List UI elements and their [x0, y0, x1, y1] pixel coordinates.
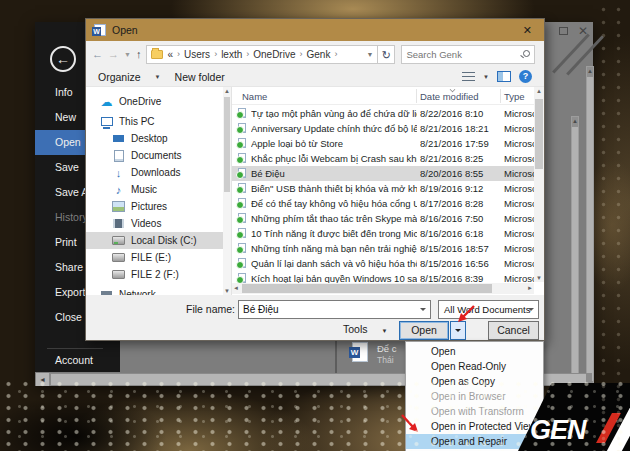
nav-item-icon: [112, 218, 125, 230]
word-document-icon: [352, 342, 368, 362]
menu-item[interactable]: Open Read-Only: [406, 359, 543, 374]
search-box[interactable]: [401, 45, 535, 64]
file-type-combobox[interactable]: All Word Documents: [438, 300, 539, 319]
open-split-arrow-button[interactable]: [450, 321, 466, 340]
refresh-icon[interactable]: ↻: [378, 45, 395, 64]
organize-dropdown-icon[interactable]: ▼: [155, 74, 161, 80]
nav-item[interactable]: Network: [86, 286, 224, 295]
breadcrumb-segment[interactable]: Genk: [307, 49, 331, 60]
file-type: Microsof: [504, 123, 534, 134]
word-app-icon: [94, 24, 106, 36]
scroll-left-icon[interactable]: ◄: [36, 373, 49, 386]
tools-button[interactable]: Tools▼: [343, 323, 387, 335]
back-icon[interactable]: ←: [92, 48, 103, 60]
breadcrumb[interactable]: « ›Users ›lexth ›OneDrive ›Genk › ▼: [146, 45, 378, 64]
open-dialog: Open ✕ ← → ▼ ↑ « ›Users ›lexth: [85, 18, 545, 341]
breadcrumb-segment[interactable]: lexth: [221, 49, 242, 60]
file-row[interactable]: Quản lí lại danh sách và vô hiệu hóa thô…: [232, 256, 534, 271]
file-row[interactable]: Bé Điệu 8/20/2016 8:55 Microsof: [232, 166, 534, 181]
nav-item[interactable]: Pictures: [86, 198, 224, 215]
chevron-down-icon[interactable]: [528, 308, 534, 314]
help-icon[interactable]: ?: [519, 70, 532, 83]
column-header-type[interactable]: Type: [504, 91, 525, 102]
close-window-icon[interactable]: ✕: [578, 24, 588, 38]
nav-item[interactable]: Music: [86, 181, 224, 198]
breadcrumb-segment[interactable]: OneDrive: [253, 49, 295, 60]
menu-item[interactable]: Open in Browser: [406, 389, 543, 404]
nav-item[interactable]: Downloads: [86, 164, 224, 181]
scroll-up-icon[interactable]: ▲: [534, 88, 544, 94]
file-name: Khắc phục lỗi Webcam bị Crash sau khi ..…: [251, 153, 417, 164]
list-vertical-scrollbar[interactable]: ▲ ▼: [534, 87, 544, 282]
sidebar-item-account[interactable]: Account: [55, 354, 93, 366]
column-header-name[interactable]: Name: [242, 91, 267, 102]
nav-item[interactable]: FILE 2 (F:): [86, 266, 224, 283]
file-row[interactable]: Anniversary Update chính thức đổ bộ lên.…: [232, 121, 534, 136]
up-one-level-icon[interactable]: ↑: [136, 48, 142, 60]
file-row[interactable]: Tự tạo một phân vùng ảo để chứa dữ liệ..…: [232, 106, 534, 121]
open-button[interactable]: Open: [399, 321, 449, 340]
search-input[interactable]: [406, 46, 514, 63]
dialog-titlebar[interactable]: Open ✕: [86, 19, 544, 41]
scroll-down-icon[interactable]: ▼: [223, 288, 231, 294]
preview-pane-icon[interactable]: [497, 71, 511, 82]
nav-item[interactable]: FILE (E:): [86, 249, 224, 266]
column-header-date[interactable]: Date modified: [420, 91, 479, 102]
nav-scrollbar[interactable]: ▲ ▼: [223, 87, 231, 295]
nav-item[interactable]: Local Disk (C:): [86, 232, 224, 249]
nav-item[interactable]: Desktop: [86, 130, 224, 147]
new-folder-button[interactable]: New folder: [175, 71, 225, 83]
breadcrumb-separator: ›: [334, 49, 337, 59]
history-chevron-icon[interactable]: ▼: [124, 51, 131, 58]
file-row[interactable]: Apple loại bỏ từ Store 8/21/2016 17:59 M…: [232, 136, 534, 151]
nav-item[interactable]: Documents: [86, 147, 224, 164]
file-type: Microsof: [504, 213, 534, 224]
menu-item[interactable]: Open in Protected View: [406, 419, 543, 434]
nav-item[interactable]: Videos: [86, 215, 224, 232]
chevron-down-icon[interactable]: [420, 308, 426, 314]
file-row[interactable]: Biến" USB thành thiết bị khóa và mở khó.…: [232, 181, 534, 196]
file-row[interactable]: Khắc phục lỗi Webcam bị Crash sau khi ..…: [232, 151, 534, 166]
file-row[interactable]: Những phím tắt thao tác trên Skype mà ..…: [232, 211, 534, 226]
file-name-combobox[interactable]: [238, 300, 431, 319]
change-view-icon[interactable]: [462, 72, 475, 82]
scroll-up-icon[interactable]: ▲: [587, 68, 593, 74]
dialog-close-icon[interactable]: ✕: [519, 24, 536, 37]
nav-item[interactable]: This PC: [86, 113, 224, 130]
list-horizontal-scrollbar[interactable]: ◄ ►: [232, 283, 534, 294]
search-icon: [523, 50, 530, 57]
file-type: Microsof: [504, 273, 534, 284]
forward-icon[interactable]: →: [108, 48, 119, 60]
back-arrow-button[interactable]: ←: [50, 46, 76, 72]
backstage-scrollbar[interactable]: ▲: [586, 66, 594, 386]
scroll-up-icon[interactable]: ▲: [223, 88, 231, 94]
view-dropdown-icon[interactable]: ▼: [483, 74, 489, 80]
file-type: Microsof: [504, 228, 534, 239]
menu-item[interactable]: Open as Copy: [406, 374, 543, 389]
column-headers: Name Date modified Type: [232, 87, 534, 105]
address-dropdown-icon[interactable]: ▼: [367, 51, 374, 58]
file-row[interactable]: Những tính năng mà bạn nên trải nghiệ...…: [232, 241, 534, 256]
dialog-main: OneDrive This PC Desktop: [86, 87, 544, 295]
nav-item-icon: [112, 235, 125, 247]
nav-item[interactable]: OneDrive: [86, 93, 224, 110]
backstage-scrollbar[interactable]: ▲: [571, 116, 579, 386]
scroll-left-icon[interactable]: ◄: [233, 285, 239, 291]
scroll-down-icon[interactable]: ▼: [534, 275, 544, 281]
file-row[interactable]: Để có thể tay không vô hiệu hóa cổng U..…: [232, 196, 534, 211]
menu-item[interactable]: Open: [406, 344, 543, 359]
file-type: Microsof: [504, 138, 534, 149]
file-name: Tự tạo một phân vùng ảo để chứa dữ liệ..…: [251, 108, 417, 119]
file-name-input[interactable]: [243, 302, 413, 317]
scroll-right-icon[interactable]: ►: [527, 285, 533, 291]
scroll-up-icon[interactable]: ▲: [572, 118, 578, 124]
nav-item-icon: [112, 150, 125, 162]
word-doc-synced-icon: [238, 123, 246, 133]
cancel-button[interactable]: Cancel: [488, 321, 539, 340]
breadcrumb-segment[interactable]: Users: [184, 49, 210, 60]
menu-item[interactable]: Open with Transform: [406, 404, 543, 419]
organize-button[interactable]: Organize: [98, 71, 141, 83]
restore-window-icon[interactable]: [559, 27, 568, 35]
file-date-modified: 8/15/2016 18:57: [420, 243, 502, 254]
file-row[interactable]: 10 Tính năng ít được biết đến trong Micr…: [232, 226, 534, 241]
